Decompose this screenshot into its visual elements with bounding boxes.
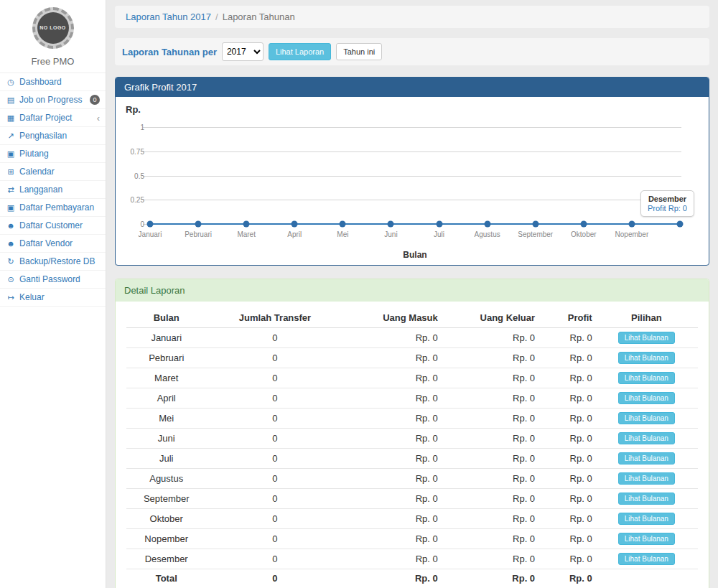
lihat-bulanan-button[interactable]: Lihat Bulanan: [618, 513, 675, 525]
cell-bulan: Juli: [126, 449, 206, 469]
lock-icon: ⊙: [6, 275, 16, 284]
cell-pilihan: Lihat Bulanan: [595, 449, 698, 469]
sidebar-item-label: Daftar Customer: [19, 220, 100, 230]
col-header-pilihan: Pilihan: [595, 308, 698, 328]
cell-pilihan: Lihat Bulanan: [595, 549, 698, 569]
data-point-pebruari[interactable]: [195, 221, 202, 228]
y-tick-label: 0: [114, 220, 144, 228]
tasks-icon: ▤: [6, 95, 16, 105]
lihat-laporan-button[interactable]: Lihat Laporan: [269, 43, 331, 60]
sidebar-item-label: Dashboard: [19, 77, 100, 87]
breadcrumb-current: Laporan Tahunan: [223, 11, 295, 22]
data-point-juni[interactable]: [388, 221, 394, 228]
x-tick-label: September: [518, 230, 553, 238]
lihat-bulanan-button[interactable]: Lihat Bulanan: [618, 533, 675, 545]
detail-panel-title: Detail Laporan: [116, 279, 709, 302]
report-table-head: Bulan Jumlah Transfer Uang Masuk Uang Ke…: [126, 308, 698, 328]
cell-jumlah-transfer: 0: [206, 368, 343, 388]
cell-uang-masuk: Rp. 0: [343, 368, 440, 388]
cell-uang-keluar: Rp. 0: [441, 409, 538, 429]
report-table: Bulan Jumlah Transfer Uang Masuk Uang Ke…: [126, 308, 698, 587]
no-logo-badge: NO LOGO: [37, 12, 69, 44]
tahun-ini-button[interactable]: Tahun ini: [336, 43, 382, 60]
sidebar: NO LOGO Free PMO ◷Dashboard▤Job on Progr…: [0, 0, 106, 588]
data-point-oktober[interactable]: [580, 221, 587, 228]
filter-label: Laporan Tahunan per: [122, 47, 217, 57]
data-point-september[interactable]: [532, 221, 538, 228]
cell-uang-keluar: Rp. 0: [441, 489, 538, 509]
table-row: September0Rp. 0Rp. 0Rp. 0Lihat Bulanan: [126, 489, 698, 509]
x-tick-label: Nopember: [615, 230, 649, 238]
sidebar-item-calendar[interactable]: ⊞Calendar: [0, 163, 106, 181]
x-axis-title: Bulan: [150, 250, 680, 260]
sidebar-item-penghasilan[interactable]: ↗Penghasilan: [0, 127, 106, 145]
lihat-bulanan-button[interactable]: Lihat Bulanan: [618, 493, 675, 505]
cell-uang-masuk: Rp. 0: [343, 348, 440, 368]
report-table-body: Januari0Rp. 0Rp. 0Rp. 0Lihat BulananPebr…: [126, 328, 698, 588]
y-tick-label: 0.5: [114, 172, 144, 179]
y-tick-label: 0.25: [114, 196, 144, 204]
table-icon: ▦: [6, 113, 16, 123]
sidebar-item-label: Keluar: [19, 292, 100, 302]
users-icon: ☻: [6, 239, 16, 248]
sidebar-item-ganti-password[interactable]: ⊙Ganti Password: [0, 271, 106, 289]
lihat-bulanan-button[interactable]: Lihat Bulanan: [618, 392, 675, 404]
lihat-bulanan-button[interactable]: Lihat Bulanan: [618, 412, 675, 424]
lihat-bulanan-button[interactable]: Lihat Bulanan: [618, 553, 675, 565]
app-name: Free PMO: [0, 53, 106, 73]
data-point-maret[interactable]: [243, 221, 250, 228]
lihat-bulanan-button[interactable]: Lihat Bulanan: [618, 332, 675, 344]
data-point-juli[interactable]: [436, 221, 442, 228]
chart-plot: 10.750.50.250JanuariPebruariMaretAprilMe…: [150, 127, 680, 224]
lihat-bulanan-button[interactable]: Lihat Bulanan: [618, 372, 675, 384]
cell-uang-masuk: Rp. 0: [343, 409, 440, 429]
lihat-bulanan-button[interactable]: Lihat Bulanan: [618, 352, 675, 364]
cell-uang-masuk: Rp. 0: [343, 569, 440, 588]
sidebar-item-label: Langganan: [19, 185, 100, 195]
sidebar-item-langganan[interactable]: ⇄Langganan: [0, 181, 106, 199]
cell-uang-masuk: Rp. 0: [343, 429, 440, 449]
data-point-nopember[interactable]: [628, 221, 635, 228]
lihat-bulanan-button[interactable]: Lihat Bulanan: [618, 472, 675, 485]
x-tick-label: Juni: [384, 230, 397, 238]
data-point-januari[interactable]: [147, 221, 154, 228]
profit-chart-panel: Grafik Profit 2017 Rp. 10.750.50.250Janu…: [115, 77, 709, 266]
cell-jumlah-transfer: 0: [206, 409, 343, 429]
calendar-icon: ⊞: [6, 167, 16, 177]
cell-uang-masuk: Rp. 0: [343, 328, 440, 348]
sidebar-item-job-on-progress[interactable]: ▤Job on Progress0: [0, 91, 106, 109]
logo-ring: NO LOGO: [32, 7, 74, 49]
data-point-desember[interactable]: [677, 221, 684, 228]
profit-series-line: [150, 223, 680, 225]
cell-uang-keluar: Rp. 0: [441, 429, 538, 449]
sidebar-item-daftar-pembayaran[interactable]: ▣Daftar Pembayaran: [0, 199, 106, 217]
sidebar-item-backup-restore-db[interactable]: ↻Backup/Restore DB: [0, 253, 106, 271]
cell-jumlah-transfer: 0: [206, 509, 343, 529]
year-select[interactable]: 2017: [222, 42, 264, 61]
cell-bulan: Desember: [126, 549, 206, 569]
data-point-april[interactable]: [292, 221, 298, 228]
cell-bulan: Mei: [126, 409, 206, 429]
chart-panel-title: Grafik Profit 2017: [116, 78, 709, 97]
x-tick-label: April: [287, 230, 302, 238]
cell-jumlah-transfer: 0: [206, 449, 343, 469]
table-row: April0Rp. 0Rp. 0Rp. 0Lihat Bulanan: [126, 388, 698, 409]
lihat-bulanan-button[interactable]: Lihat Bulanan: [618, 452, 675, 465]
breadcrumb-link-laporan-tahun[interactable]: Laporan Tahun 2017: [126, 11, 211, 22]
cell-profit: Rp. 0: [538, 509, 595, 529]
sidebar-item-daftar-customer[interactable]: ☻Daftar Customer: [0, 217, 106, 235]
sidebar-item-label: Daftar Project: [19, 113, 93, 123]
cell-uang-keluar: Rp. 0: [441, 388, 538, 409]
chevron-left-icon: ‹: [97, 113, 100, 123]
data-point-agustus[interactable]: [484, 221, 490, 228]
money-icon: ▣: [6, 203, 16, 213]
sidebar-item-daftar-project[interactable]: ▦Daftar Project‹: [0, 109, 106, 127]
data-point-mei[interactable]: [340, 221, 346, 228]
dashboard-icon: ◷: [6, 78, 16, 87]
sidebar-item-keluar[interactable]: ↦Keluar: [0, 289, 106, 307]
sidebar-item-dashboard[interactable]: ◷Dashboard: [0, 73, 106, 91]
sidebar-item-daftar-vendor[interactable]: ☻Daftar Vendor: [0, 235, 106, 253]
lihat-bulanan-button[interactable]: Lihat Bulanan: [618, 432, 675, 444]
sidebar-item-piutang[interactable]: ▣Piutang: [0, 145, 106, 163]
cell-jumlah-transfer: 0: [206, 569, 343, 588]
